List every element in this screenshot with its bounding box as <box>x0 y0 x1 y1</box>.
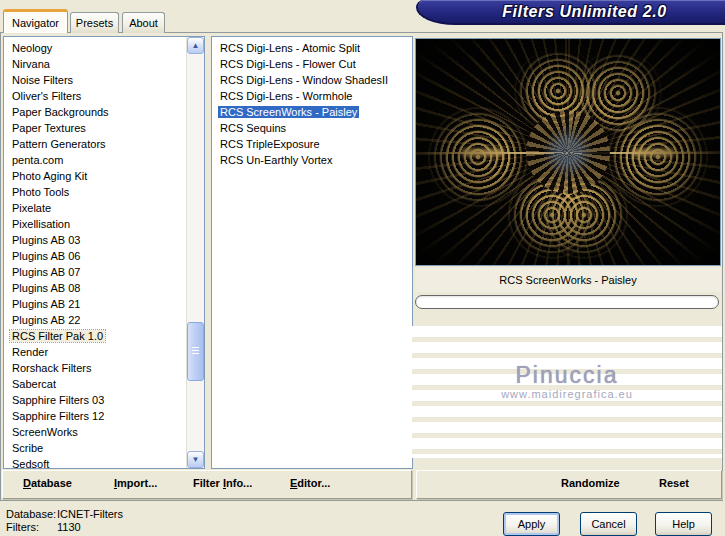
list-item[interactable]: RCS Digi-Lens - Window ShadesII <box>212 72 410 88</box>
tab-navigator[interactable]: Navigator <box>3 9 68 33</box>
filter-listbox[interactable]: RCS Digi-Lens - Atomic Split RCS Digi-Le… <box>211 36 413 469</box>
database-button[interactable]: Database <box>23 477 72 489</box>
left-command-bar: Database Import... Filter Info... Editor… <box>2 470 412 499</box>
tab-about-label: About <box>129 17 158 29</box>
list-item[interactable]: Oliver's Filters <box>4 88 186 104</box>
apply-button[interactable]: Apply <box>503 512 560 536</box>
status-database-label: Database: <box>6 508 56 520</box>
preview-caption-strip: RCS ScreenWorks - Paisley <box>415 268 721 292</box>
preview-caption: RCS ScreenWorks - Paisley <box>499 274 636 286</box>
right-command-bar: Randomize Reset <box>416 470 722 499</box>
app-title: Filters Unlimited 2.0 <box>476 3 667 21</box>
list-item[interactable]: ScreenWorks <box>4 424 186 440</box>
list-item[interactable]: Plugins AB 22 <box>4 312 186 328</box>
list-item[interactable]: Render <box>4 344 186 360</box>
tab-presets[interactable]: Presets <box>70 12 119 33</box>
cancel-button[interactable]: Cancel <box>580 512 637 536</box>
category-listbox[interactable]: Neology Nirvana Noise Filters Oliver's F… <box>3 36 205 469</box>
list-item[interactable]: Sedsoft <box>4 456 186 468</box>
scroll-up-icon: ▲ <box>192 42 200 50</box>
list-item[interactable]: Sabercat <box>4 376 186 392</box>
scroll-up-button[interactable]: ▲ <box>187 37 204 54</box>
watermark-name: Pinuccia <box>412 362 722 389</box>
editor-button[interactable]: Editor... <box>290 477 330 489</box>
list-item[interactable]: Photo Tools <box>4 184 186 200</box>
list-item[interactable]: Sapphire Filters 12 <box>4 408 186 424</box>
status-filters: Filters: 1130 <box>6 521 39 533</box>
status-database-value: ICNET-Filters <box>57 508 123 520</box>
import-button[interactable]: Import... <box>114 477 157 489</box>
list-item[interactable]: Plugins AB 06 <box>4 248 186 264</box>
list-item[interactable]: Pixellisation <box>4 216 186 232</box>
list-item[interactable]: Scribe <box>4 440 186 456</box>
tab-presets-label: Presets <box>76 17 113 29</box>
parameter-slider[interactable] <box>415 295 719 309</box>
scroll-down-icon: ▼ <box>192 456 200 464</box>
list-item[interactable]: Plugins AB 03 <box>4 232 186 248</box>
list-item[interactable]: Plugins AB 07 <box>4 264 186 280</box>
scroll-down-button[interactable]: ▼ <box>187 451 204 468</box>
title-banner: Filters Unlimited 2.0 <box>416 0 725 25</box>
list-item[interactable]: Plugins AB 08 <box>4 280 186 296</box>
status-filters-label: Filters: <box>6 521 39 533</box>
list-item[interactable]: Photo Aging Kit <box>4 168 186 184</box>
tab-navigator-label: Navigator <box>12 17 59 29</box>
list-item[interactable]: Paper Textures <box>4 120 186 136</box>
list-item[interactable]: Paper Backgrounds <box>4 104 186 120</box>
filter-info-button[interactable]: Filter Info... <box>193 477 252 489</box>
list-item[interactable]: RCS Un-Earthly Vortex <box>212 152 410 168</box>
preview-image[interactable] <box>415 38 721 266</box>
list-item[interactable]: RCS Digi-Lens - Atomic Split <box>212 40 410 56</box>
list-item[interactable]: Rorshack Filters <box>4 360 186 376</box>
list-item[interactable]: Neology <box>4 40 186 56</box>
status-database: Database: ICNET-Filters <box>6 508 56 520</box>
list-item-selected-filter[interactable]: RCS ScreenWorks - Paisley <box>212 104 410 120</box>
list-item[interactable]: RCS TripleExposure <box>212 136 410 152</box>
watermark-url: www.maidiregrafica.eu <box>412 388 722 400</box>
list-item[interactable]: penta.com <box>4 152 186 168</box>
list-item[interactable]: Pattern Generators <box>4 136 186 152</box>
reset-button[interactable]: Reset <box>659 477 689 489</box>
parameter-rows: Pinuccia www.maidiregrafica.eu <box>412 326 722 458</box>
list-item[interactable]: RCS Digi-Lens - Wormhole <box>212 88 410 104</box>
list-item[interactable]: Nirvana <box>4 56 186 72</box>
list-item[interactable]: RCS Digi-Lens - Flower Cut <box>212 56 410 72</box>
help-button[interactable]: Help <box>655 512 712 536</box>
list-item-selected-category[interactable]: RCS Filter Pak 1.0 <box>4 328 186 344</box>
scrollbar-thumb[interactable] <box>187 322 204 381</box>
randomize-button[interactable]: Randomize <box>561 477 620 489</box>
list-item[interactable]: Pixelate <box>4 200 186 216</box>
filter-rows: RCS Digi-Lens - Atomic Split RCS Digi-Le… <box>212 40 410 468</box>
list-item[interactable]: RCS Sequins <box>212 120 410 136</box>
category-rows: Neology Nirvana Noise Filters Oliver's F… <box>4 40 186 468</box>
tab-about[interactable]: About <box>122 12 165 33</box>
category-scrollbar[interactable]: ▲ ▼ <box>186 37 204 468</box>
list-item[interactable]: Sapphire Filters 03 <box>4 392 186 408</box>
list-item[interactable]: Plugins AB 21 <box>4 296 186 312</box>
status-filters-value: 1130 <box>57 521 81 533</box>
list-item[interactable]: Noise Filters <box>4 72 186 88</box>
